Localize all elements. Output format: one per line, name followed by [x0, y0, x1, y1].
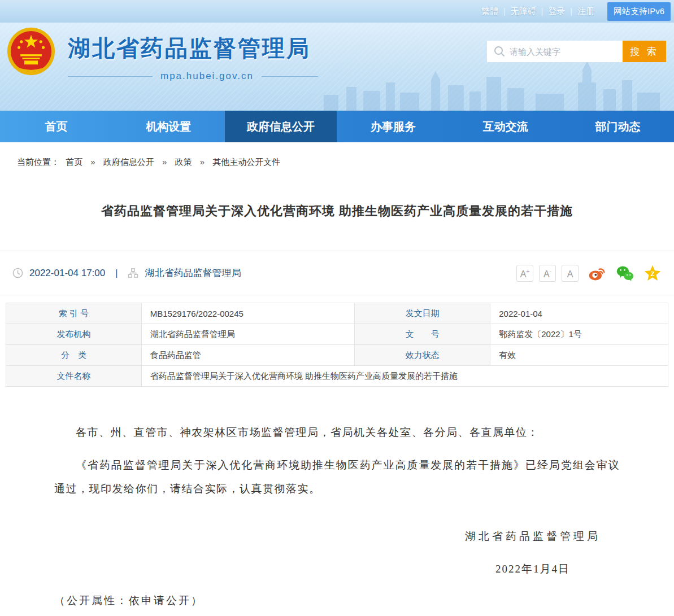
index-number-label: 索 引 号: [6, 303, 142, 324]
article-source: 湖北省药品监督管理局: [145, 267, 241, 279]
issue-date-value: 2022-01-04: [490, 303, 668, 324]
site-title: 湖北省药品监督管理局: [68, 33, 318, 64]
issue-date-label: 发文日期: [355, 303, 490, 324]
breadcrumb-separator: »: [162, 157, 167, 167]
validity-status-value: 有效: [490, 345, 668, 366]
breadcrumb-policy[interactable]: 政策: [175, 157, 192, 167]
breadcrumb-separator: »: [90, 157, 95, 167]
document-info-table: 索 引 号 MB1529176/2022-00245 发文日期 2022-01-…: [6, 303, 668, 387]
national-emblem-logo: [7, 27, 55, 76]
ipv6-support-badge[interactable]: 网站支持IPv6: [607, 2, 671, 21]
table-row: 文件名称 省药品监督管理局关于深入优化营商环境 助推生物医药产业高质量发展的若干…: [6, 366, 668, 387]
search-bar: 搜 索: [487, 41, 666, 62]
breadcrumb-home[interactable]: 首页: [66, 157, 82, 167]
link-register[interactable]: 注册: [577, 6, 594, 17]
nav-item-interaction[interactable]: 互动交流: [449, 111, 562, 142]
font-size-increase-button[interactable]: A+: [516, 265, 533, 282]
separator: |: [570, 7, 572, 16]
site-domain: mpa.hubei.gov.cn: [160, 71, 254, 82]
breadcrumb: 当前位置： 首页 » 政府信息公开 » 政策 » 其他主动公开文件: [0, 142, 674, 168]
table-row: 发布机构 湖北省药品监督管理局 文 号 鄂药监发〔2022〕1号: [6, 324, 668, 345]
weibo-share-icon[interactable]: [588, 264, 606, 282]
link-accessibility[interactable]: 无障碍: [511, 6, 536, 17]
issuing-agency-label: 发布机构: [6, 324, 142, 345]
nav-item-government-info[interactable]: 政府信息公开: [225, 111, 337, 142]
clock-icon: [12, 268, 23, 278]
source-org-icon: [128, 268, 138, 278]
breadcrumb-separator: »: [200, 157, 205, 167]
nav-item-services[interactable]: 办事服务: [337, 111, 449, 142]
font-size-default-button[interactable]: A: [562, 265, 579, 282]
issuing-agency-value: 湖北省药品监督管理局: [141, 324, 355, 345]
search-input[interactable]: [487, 41, 623, 62]
breadcrumb-label: 当前位置：: [17, 157, 59, 167]
article-meta-row: 2022-01-04 17:00 | 湖北省药品监督管理局 A+ A- A: [0, 251, 674, 295]
font-size-decrease-button[interactable]: A-: [539, 265, 556, 282]
page-title: 省药品监督管理局关于深入优化营商环境 助推生物医药产业高质量发展的若干措施: [0, 203, 674, 220]
document-name-label: 文件名称: [6, 366, 142, 387]
signature-org: 湖北省药品监督管理局: [54, 529, 620, 544]
main-navigation: 首页 机构设置 政府信息公开 办事服务 互动交流 部门动态: [0, 111, 674, 142]
separator: |: [503, 7, 506, 16]
paragraph: 各市、州、直管市、神农架林区市场监督管理局，省局机关各处室、各分局、各直属单位：: [54, 421, 620, 444]
breadcrumb-government-info[interactable]: 政府信息公开: [103, 157, 154, 167]
signature-date: 2022年1月4日: [54, 562, 620, 576]
nav-item-home[interactable]: 首页: [0, 111, 112, 142]
qzone-share-icon[interactable]: Z: [643, 264, 662, 282]
nav-item-organization[interactable]: 机构设置: [112, 111, 225, 142]
separator: |: [115, 268, 118, 278]
category-value: 食品药品监管: [141, 345, 355, 366]
document-number-label: 文 号: [355, 324, 490, 345]
index-number-value: MB1529176/2022-00245: [141, 303, 355, 324]
breadcrumb-other-documents[interactable]: 其他主动公开文件: [212, 157, 280, 167]
divider: [262, 76, 318, 77]
category-label: 分 类: [6, 345, 142, 366]
paragraph: 《省药品监督管理局关于深入优化营商环境助推生物医药产业高质量发展的若干措施》已经…: [54, 453, 620, 501]
validity-status-label: 效力状态: [355, 345, 490, 366]
nav-item-department-news[interactable]: 部门动态: [562, 111, 674, 142]
link-traditional-chinese[interactable]: 繁體: [481, 6, 498, 17]
site-domain-row: mpa.hubei.gov.cn: [68, 71, 318, 82]
document-name-value: 省药品监督管理局关于深入优化营商环境 助推生物医药产业高质量发展的若干措施: [141, 366, 668, 387]
table-row: 分 类 食品药品监管 效力状态 有效: [6, 345, 668, 366]
document-number-value: 鄂药监发〔2022〕1号: [490, 324, 668, 345]
top-utility-bar: 繁體 | 无障碍 | 登录 | 注册 网站支持IPv6: [0, 0, 674, 23]
disclosure-note: （公开属性：依申请公开）: [54, 593, 620, 608]
city-skyline-image: [312, 60, 674, 111]
article-body: 各市、州、直管市、神农架林区市场监督管理局，省局机关各处室、各分局、各直属单位：…: [0, 421, 674, 608]
table-row: 索 引 号 MB1529176/2022-00245 发文日期 2022-01-…: [6, 303, 668, 324]
separator: |: [541, 7, 543, 16]
publish-time: 2022-01-04 17:00: [29, 268, 105, 279]
divider: [68, 76, 153, 77]
svg-text:Z: Z: [650, 270, 654, 277]
wechat-share-icon[interactable]: [616, 264, 634, 282]
link-login[interactable]: 登录: [548, 6, 565, 17]
search-button[interactable]: 搜 索: [623, 41, 666, 62]
search-icon: [494, 46, 505, 57]
site-header: 湖北省药品监督管理局 mpa.hubei.gov.cn 搜 索: [0, 23, 674, 111]
